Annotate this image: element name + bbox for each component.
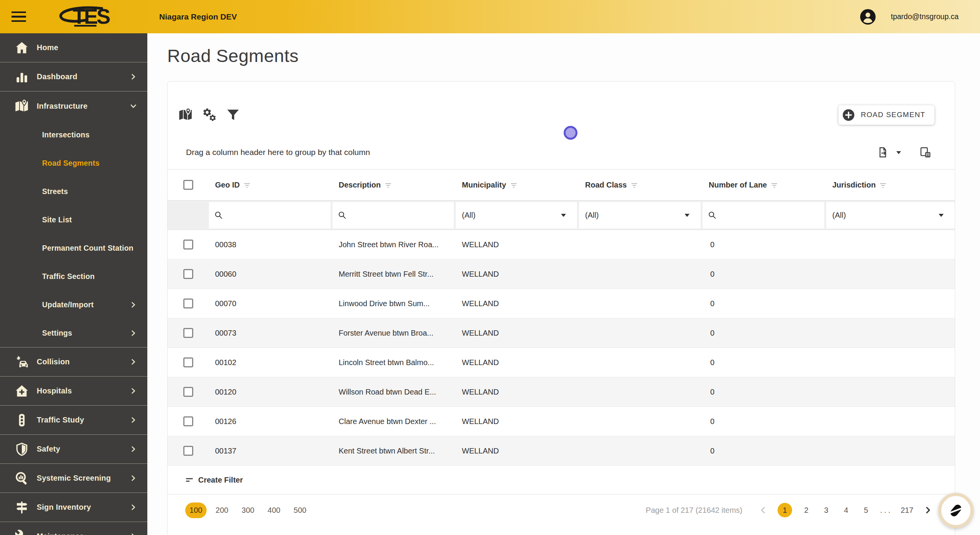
chevron-right-icon[interactable] [923,505,933,515]
cell-geo-id: 00070 [209,299,333,308]
page-number-5[interactable]: 5 [860,506,872,515]
chevron-right-icon [130,330,137,336]
row-checkbox[interactable] [183,298,193,308]
row-checkbox[interactable] [183,387,193,397]
dropdown-arrow-icon[interactable] [684,213,690,217]
sidebar-item-road-segments[interactable]: Road Segments [0,149,147,177]
header-filter-icon[interactable] [243,183,251,189]
help-widget-button[interactable] [938,493,973,528]
page-number-1[interactable]: 1 [778,503,792,517]
column-header-municipality[interactable]: Municipality [456,181,579,189]
table-row[interactable]: 00070Linwood Drive btwn Sum...WELLAND0 [168,289,955,318]
row-checkbox[interactable] [183,357,193,367]
sidebar-item-update-import[interactable]: Update/Import [0,290,147,319]
header-filter-icon[interactable] [631,183,638,189]
select-all-checkbox[interactable] [183,180,193,190]
column-header-description[interactable]: Description [333,181,456,189]
page-number-217[interactable]: 217 [901,506,913,515]
chevron-right-icon [130,475,137,481]
create-filter-button[interactable]: Create Filter [168,466,955,494]
click-indicator [564,126,577,140]
sidebar-item-systemic-screening[interactable]: Systemic Screening [0,464,147,493]
add-road-segment-button[interactable]: ROAD SEGMENT [838,105,934,125]
sidebar-item-streets[interactable]: Streets [0,177,147,206]
pager: 100200300400500 Page 1 of 217 (21642 ite… [168,494,955,526]
filter-select-jurisdiction[interactable]: (All) [826,202,955,228]
header-filter-icon[interactable] [879,183,887,189]
page-size-200[interactable]: 200 [211,502,233,518]
cell-description: Kent Street btwn Albert Str... [333,447,456,455]
page-size-100[interactable]: 100 [185,502,207,518]
sidebar-item-home[interactable]: Home [0,33,147,62]
road-segments-grid: Geo IDDescriptionMunicipalityRoad ClassN… [168,169,955,466]
table-row[interactable]: 00038John Street btwn River Roa...WELLAN… [168,230,955,259]
page-size-400[interactable]: 400 [263,502,285,518]
hospital-house-icon [14,384,30,398]
sidebar-item-dashboard[interactable]: Dashboard [0,62,147,91]
sidebar-item-safety[interactable]: Safety [0,435,147,464]
page-size-300[interactable]: 300 [237,502,259,518]
sidebar-item-settings[interactable]: Settings [0,319,147,347]
cell-geo-id: 00102 [209,358,333,367]
table-row[interactable]: 00102Lincoln Street btwn Balmo...WELLAND… [168,348,955,377]
export-icon[interactable] [875,145,890,160]
page-size-500[interactable]: 500 [289,502,311,518]
shield-icon [14,442,30,457]
cell-geo-id: 00073 [209,329,333,338]
page-number-4[interactable]: 4 [840,506,852,515]
table-row[interactable]: 00137Kent Street btwn Albert Str...WELLA… [168,436,955,466]
create-filter-icon [186,477,194,483]
header-filter-icon[interactable] [510,183,517,189]
dropdown-arrow-icon[interactable] [561,213,566,217]
dropdown-arrow-icon[interactable] [938,213,944,217]
column-header-number-of-lane[interactable]: Number of Lane [703,181,826,189]
row-checkbox[interactable] [183,240,193,250]
chevron-left-icon[interactable] [758,505,768,515]
column-header-jurisdiction[interactable]: Jurisdiction [826,181,955,189]
filter-input-description[interactable] [351,211,448,220]
cell-description: Forster Avenue btwn Broa... [333,329,456,338]
sidebar-item-site-list[interactable]: Site List [0,206,147,234]
filter-select-municipality[interactable]: (All) [456,202,577,228]
page-number-3[interactable]: 3 [820,506,832,515]
sidebar-item-infrastructure[interactable]: Infrastructure [0,91,147,121]
table-row[interactable]: 00126Clare Avenue btwn Dexter ...WELLAND… [168,407,955,436]
header-filter-icon[interactable] [771,183,778,189]
sidebar-item-traffic-study[interactable]: Traffic Study [0,406,147,435]
table-row[interactable]: 00120Willson Road btwn Dead E...WELLAND0 [168,377,955,407]
cell-municipality: WELLAND [456,358,579,367]
chevron-right-icon [130,302,137,308]
row-checkbox[interactable] [183,416,193,426]
map-icon[interactable] [174,103,197,127]
row-checkbox[interactable] [183,446,193,456]
table-row[interactable]: 00060Merritt Street btwn Fell Str...WELL… [168,259,955,289]
filter-funnel-icon[interactable] [221,103,245,127]
filter-input-number-of-lane[interactable] [721,211,819,220]
sidebar-item-traffic-section[interactable]: Traffic Section [0,262,147,290]
hamburger-menu-icon[interactable] [11,10,28,24]
sidebar-item-maintenance[interactable]: Maintenance [0,522,147,535]
caret-down-icon[interactable] [894,149,903,156]
column-header-road-class[interactable]: Road Class [579,181,703,189]
search-icon [214,211,223,220]
cell-geo-id: 00120 [209,388,333,396]
sidebar-item-intersections[interactable]: Intersections [0,121,147,149]
cell-geo-id: 00060 [209,270,333,279]
sidebar-item-hospitals[interactable]: Hospitals [0,377,147,406]
filter-input-geo-id[interactable] [227,211,325,220]
row-checkbox[interactable] [183,269,193,279]
gears-icon[interactable] [197,103,221,127]
row-checkbox[interactable] [183,328,193,338]
filter-select-road-class[interactable]: (All) [579,202,701,228]
sidebar-item-sign-inventory[interactable]: Sign Inventory [0,493,147,522]
sidebar-item-permanent-count-station[interactable]: Permanent Count Station [0,234,147,262]
column-chooser-icon[interactable] [918,145,933,160]
sidebar-item-collision[interactable]: Collision [0,347,147,377]
chevron-right-icon [130,73,137,80]
table-row[interactable]: 00073Forster Avenue btwn Broa...WELLAND0 [168,318,955,348]
column-header-geo-id[interactable]: Geo ID [209,181,333,189]
user-avatar-icon[interactable] [859,8,876,25]
page-number-2[interactable]: 2 [801,506,812,515]
sidebar-nav: HomeDashboardInfrastructureIntersections… [0,33,147,535]
header-filter-icon[interactable] [385,183,392,189]
